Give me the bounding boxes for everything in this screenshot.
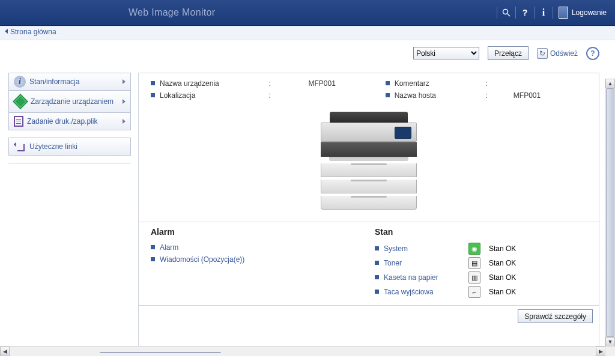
paper-tray-icon: ▥ xyxy=(468,271,480,284)
page-help-icon[interactable]: ? xyxy=(586,47,599,60)
sidebar-item-device-mgmt[interactable]: Zarządzanie urządzaniem xyxy=(9,91,130,113)
status-heading: Stan xyxy=(375,227,587,237)
status-section: Stan System ◉ Stan OK Toner ▤ Stan OK Ka… xyxy=(375,227,587,299)
refresh-icon: ↻ xyxy=(537,48,548,59)
sidebar-item-print-job[interactable]: Zadanie druk./zap.plik xyxy=(9,113,130,130)
document-icon xyxy=(14,116,23,127)
divider xyxy=(497,7,497,19)
status-link-system[interactable]: System xyxy=(375,243,465,255)
app-header: Web Image Monitor ? i Logowanie xyxy=(0,0,615,26)
sidebar-item-label: Stan/informacja xyxy=(29,77,79,86)
login-label: Logowanie xyxy=(572,8,607,17)
refresh-label: Odśwież xyxy=(550,49,578,58)
bullet-icon xyxy=(151,93,155,97)
status-row-system: System ◉ Stan OK xyxy=(375,241,587,256)
alarm-section: Alarm Alarm Wiadomości (Opozycja(e)) xyxy=(151,227,363,299)
refresh-button[interactable]: ↻ Odśwież xyxy=(537,48,578,59)
svg-point-0 xyxy=(503,10,507,14)
bullet-icon xyxy=(375,261,379,265)
bullet-icon xyxy=(151,257,155,261)
location-label: Lokalizacja xyxy=(151,91,265,100)
svg-line-1 xyxy=(507,14,510,16)
chevron-right-icon xyxy=(123,119,126,124)
info-icon[interactable]: i xyxy=(536,0,551,25)
status-state: Stan OK xyxy=(489,288,587,296)
status-link-output-tray[interactable]: Taca wyjściowa xyxy=(375,286,465,298)
main-panel: Nazwa urządzenia : MFP001 Komentarz : Lo… xyxy=(138,73,599,356)
scroll-up-icon[interactable]: ▲ xyxy=(605,79,615,88)
breadcrumb-arrow-icon xyxy=(5,29,8,34)
sidebar: i Stan/informacja Zarządzanie urządzanie… xyxy=(8,73,131,166)
device-name-value: MFP001 xyxy=(309,79,382,88)
scroll-track[interactable] xyxy=(605,88,615,337)
content: Polski Przełącz ↻ Odśwież ? i Stan/infor… xyxy=(0,40,615,356)
comment-label: Komentarz xyxy=(386,79,482,88)
header-toolbar: ? i Logowanie xyxy=(495,0,615,25)
breadcrumb-home: Strona główna xyxy=(10,28,56,36)
host-value: MFP001 xyxy=(514,91,587,100)
bullet-icon xyxy=(375,246,379,250)
bullet-icon xyxy=(151,245,155,249)
status-row-output-tray: Taca wyjściowa ⌐ Stan OK xyxy=(375,285,587,299)
output-tray-icon: ⌐ xyxy=(468,286,480,298)
bullet-icon xyxy=(375,275,379,279)
alarm-link-alarm[interactable]: Alarm xyxy=(151,241,363,253)
status-ok-icon: ◉ xyxy=(468,243,480,255)
sidebar-item-useful-links[interactable]: Użyteczne linki xyxy=(9,138,130,155)
check-details-button[interactable]: Sprawdź szczegóły xyxy=(518,309,593,323)
printer-illustration xyxy=(321,112,417,210)
language-select[interactable]: Polski xyxy=(413,47,479,59)
bullet-icon xyxy=(386,81,390,85)
scroll-left-icon[interactable]: ◀ xyxy=(0,347,10,356)
app-title: Web Image Monitor xyxy=(129,7,215,18)
scroll-thumb[interactable] xyxy=(100,352,221,353)
device-image xyxy=(139,106,599,222)
bullet-icon xyxy=(151,81,155,85)
login-button[interactable]: Logowanie xyxy=(555,7,615,19)
search-icon[interactable] xyxy=(499,0,514,25)
help-icon[interactable]: ? xyxy=(518,0,532,25)
status-state: Stan OK xyxy=(489,273,587,282)
sidebar-item-status[interactable]: i Stan/informacja xyxy=(9,73,130,91)
scroll-right-icon[interactable]: ▶ xyxy=(596,347,605,356)
device-info: Nazwa urządzenia : MFP001 Komentarz : Lo… xyxy=(139,73,599,106)
bullet-icon xyxy=(375,290,379,294)
login-icon xyxy=(559,7,568,19)
switch-button[interactable]: Przełącz xyxy=(488,46,529,60)
details-bar: Sprawdź szczegóły xyxy=(139,305,599,327)
sidebar-menu: i Stan/informacja Zarządzanie urządzanie… xyxy=(8,73,131,130)
chevron-right-icon xyxy=(123,79,126,84)
divider xyxy=(8,163,131,163)
settings-icon xyxy=(13,94,28,109)
device-name-label: Nazwa urządzenia xyxy=(151,79,265,88)
scroll-down-icon[interactable]: ▼ xyxy=(605,337,615,347)
external-link-icon xyxy=(14,141,26,153)
divider xyxy=(515,7,516,19)
bullet-icon xyxy=(386,93,390,97)
alarm-heading: Alarm xyxy=(151,227,363,237)
chevron-right-icon xyxy=(123,99,126,104)
breadcrumb[interactable]: Strona główna xyxy=(0,26,615,40)
sidebar-item-label: Zadanie druk./zap.plik xyxy=(27,117,97,126)
alarm-link-messages[interactable]: Wiadomości (Opozycja(e)) xyxy=(151,253,363,265)
host-label: Nazwa hosta xyxy=(386,91,482,100)
top-tools: Polski Przełącz ↻ Odśwież ? xyxy=(413,46,599,60)
horizontal-scrollbar[interactable]: ◀ ▶ xyxy=(0,346,605,356)
vertical-scrollbar[interactable]: ▲ ▼ xyxy=(605,79,615,347)
scrollbar-corner xyxy=(605,346,615,356)
scroll-thumb[interactable] xyxy=(606,88,614,337)
status-row-cassette: Kaseta na papier ▥ Stan OK xyxy=(375,270,587,285)
sidebar-item-label: Użyteczne linki xyxy=(29,142,77,151)
sidebar-links-group: Użyteczne linki xyxy=(8,138,131,156)
sidebar-item-label: Zarządzanie urządzaniem xyxy=(31,97,114,106)
status-state: Stan OK xyxy=(489,259,587,267)
status-row-toner: Toner ▤ Stan OK xyxy=(375,256,587,270)
divider xyxy=(534,7,535,19)
divider xyxy=(553,7,553,19)
lower-panels: Alarm Alarm Wiadomości (Opozycja(e)) Sta… xyxy=(139,222,599,305)
status-link-toner[interactable]: Toner xyxy=(375,257,465,269)
status-state: Stan OK xyxy=(489,244,587,253)
status-link-cassette[interactable]: Kaseta na papier xyxy=(375,271,465,284)
toner-icon: ▤ xyxy=(468,257,480,269)
info-icon: i xyxy=(14,76,26,88)
